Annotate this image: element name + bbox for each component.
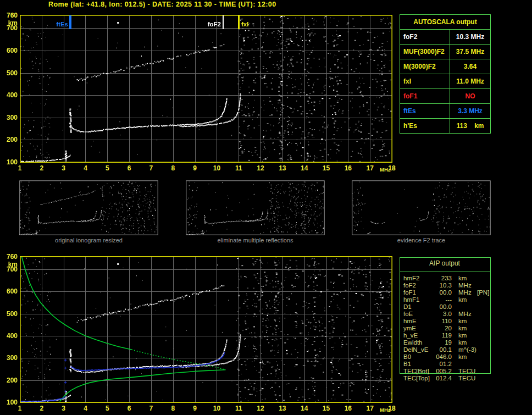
ftes-marker-label: ftEs: [52, 21, 68, 27]
aip-row-label: D1: [403, 303, 412, 310]
aip-row-value: ---: [424, 296, 452, 303]
aip-row-unit: km: [458, 332, 467, 339]
y-tick-label: 600: [1, 47, 18, 54]
aip-row-label: foF1: [403, 289, 416, 296]
autoscala-row-value: 3.3 MHz: [450, 104, 490, 118]
autoscala-output-screen: Rome (lat: +41.8, lon: 012.5) - DATE: 20…: [0, 0, 532, 415]
y-tick-label: 700: [1, 24, 18, 32]
x-tick-label: 6: [123, 164, 135, 172]
aip-title-divider: [400, 272, 490, 272]
table-row: M(3000)F23.64: [400, 59, 490, 74]
fof2-marker-label: foF2: [205, 21, 221, 27]
aip-table-title: AIP output: [400, 259, 490, 267]
aip-row-label: B0: [403, 353, 411, 360]
aip-row-value: 012.4: [424, 375, 452, 381]
aip-row-value: 233: [424, 275, 452, 281]
aip-row-value: 00.1: [424, 346, 452, 353]
autoscala-row-value: 113 km: [450, 119, 490, 133]
x-tick-label: 10: [210, 405, 223, 412]
y-tick-label: 400: [1, 91, 18, 99]
x-tick-label: 3: [58, 164, 70, 172]
x-tick-label: 8: [167, 405, 179, 412]
aip-row-value: 00.0: [424, 289, 452, 296]
x-tick-label: 8: [167, 164, 179, 172]
aip-row-unit: MHz: [458, 289, 472, 296]
autoscala-row-label: MUF(3000)F2: [400, 45, 450, 59]
ftes-marker-line: [69, 15, 71, 29]
x-tick-label: 5: [101, 164, 113, 172]
x-tick-label: 2: [36, 164, 48, 172]
aip-row-value: 3.0: [424, 311, 452, 317]
y-tick-label: 200: [1, 136, 18, 143]
x-tick-label: 17: [364, 164, 376, 172]
aip-row-label: hmF2: [403, 275, 419, 281]
x-tick-label: 9: [189, 164, 201, 172]
x-tick-label: 16: [342, 164, 354, 172]
aip-row-value: 119: [424, 332, 452, 339]
y-tick-label: 200: [1, 377, 18, 384]
x-tick-label: 9: [189, 405, 201, 412]
x-tick-label: 4: [79, 164, 91, 172]
table-row: DelN_vE00.1m^(-3): [403, 346, 497, 353]
x-tick-label: 17: [364, 405, 376, 412]
x-tick-label: 11: [232, 164, 245, 172]
autoscala-row-value: 11.0 MHz: [450, 74, 490, 88]
y-tick-label: 500: [1, 69, 18, 77]
fof2-marker-line: [223, 15, 224, 29]
y-tick-label: 600: [1, 287, 18, 295]
table-row: TEC[Bot]005.2TECU: [403, 368, 497, 375]
aip-row-unit: km: [458, 353, 467, 360]
aip-row-value: 046.0: [424, 353, 452, 360]
aip-row-value: 110: [424, 318, 452, 324]
x-tick-label: 5: [101, 405, 113, 412]
autoscala-row-value: NO: [450, 89, 490, 103]
table-row: TEC[Top]012.4TECU: [403, 375, 497, 382]
aip-row-label: foE: [403, 311, 413, 317]
aip-row-label: Ewidth: [403, 339, 423, 346]
table-row: ymE20km: [403, 325, 497, 332]
aip-row-unit: km: [458, 296, 467, 303]
fxi-marker-label: fxI: [241, 21, 248, 27]
y-tick-label: 500: [1, 310, 18, 318]
autoscala-row-label: foF1: [400, 89, 450, 103]
autoscala-row-label: fxI: [400, 74, 450, 88]
autoscala-row-value: 3.64: [450, 59, 490, 74]
x-tick-label: 12: [254, 405, 267, 412]
aip-row-unit: MHz: [458, 311, 472, 317]
table-row: ftEs3.3 MHz: [400, 104, 490, 119]
aip-row-unit: TECU: [458, 368, 475, 374]
aip-row-label: foF2: [403, 282, 416, 289]
y-tick-label: 760: [1, 253, 18, 261]
autoscala-row-label: h'Es: [400, 119, 450, 133]
thumbnail-original-ionogram: [19, 180, 158, 235]
table-row: MUF(3000)F237.5 MHz: [400, 45, 490, 59]
aip-row-value: 00.0: [424, 303, 452, 310]
table-row: foF100.0MHz[PN]: [403, 289, 497, 296]
aip-row-unit: m^(-3): [458, 346, 476, 353]
x-tick-label: 1: [14, 405, 26, 412]
x-tick-label: 16: [342, 405, 354, 412]
aip-row-value: 01.2: [424, 361, 452, 367]
thumbnail-caption-eliminate: eliminate multiple reflections: [186, 237, 325, 244]
x-tick-label: 11: [232, 405, 245, 412]
x-tick-label: 7: [145, 164, 157, 172]
aip-row-value: 20: [424, 325, 452, 331]
x-tick-label: 13: [276, 164, 289, 172]
x-tick-label: 10: [210, 164, 223, 172]
thumbnail-caption-evidence: evidence F2 trace: [352, 237, 491, 244]
aip-row-value: 19: [424, 339, 452, 346]
x-axis-unit: MHz: [380, 407, 391, 413]
autoscala-row-label: ftEs: [400, 104, 450, 118]
aip-row-label: ymE: [403, 325, 416, 331]
table-row: hmF1---km: [403, 296, 497, 303]
table-row: hmF2233km: [403, 275, 497, 282]
table-row: D100.0: [403, 303, 497, 311]
aip-row-note: [PN]: [477, 289, 489, 296]
x-tick-label: 14: [298, 164, 311, 172]
x-tick-label: 1: [14, 164, 26, 172]
thumbnail-eliminate-reflections: [186, 180, 325, 235]
aip-row-label: hmE: [403, 318, 417, 324]
table-row: fxI11.0 MHz: [400, 74, 490, 89]
table-row: foF1NO: [400, 89, 490, 104]
x-tick-label: 15: [320, 405, 332, 412]
